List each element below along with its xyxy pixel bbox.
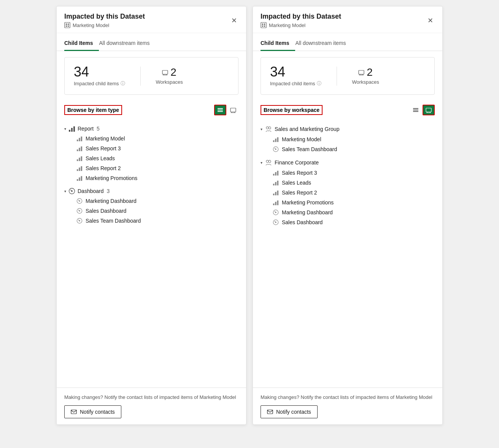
grid-icon bbox=[230, 107, 236, 113]
panel-title: Impacted by this Dataset bbox=[64, 13, 145, 21]
panel-title-section-2: Impacted by this Dataset Marketing Model bbox=[261, 13, 341, 28]
svg-rect-23 bbox=[79, 167, 80, 171]
svg-rect-11 bbox=[71, 128, 73, 132]
svg-rect-59 bbox=[273, 184, 275, 185]
tree-group-finance-header[interactable]: ▾ Finance Corporate bbox=[261, 157, 435, 168]
report-item-icon bbox=[76, 165, 83, 171]
svg-rect-60 bbox=[275, 182, 277, 185]
stat-workspaces: 2 Workspaces bbox=[156, 67, 183, 85]
list-item[interactable]: Sales Leads bbox=[273, 178, 435, 188]
notify-contacts-button-2[interactable]: Notify contacts bbox=[261, 405, 318, 418]
stats-card: 34 Impacted child items ⓘ 2 Workspaces bbox=[64, 57, 238, 95]
svg-rect-17 bbox=[79, 148, 80, 151]
list-item[interactable]: Marketing Dashboard bbox=[273, 207, 435, 217]
list-view-button-2[interactable] bbox=[410, 105, 421, 115]
chevron-down-icon: ▾ bbox=[64, 127, 66, 131]
list-item[interactable]: Sales Dashboard bbox=[273, 217, 435, 227]
close-button-2[interactable]: ✕ bbox=[426, 16, 435, 26]
tree-container: ▾ Report 5 Marketing Model bbox=[57, 121, 246, 387]
dashboard-children: Marketing Dashboard Sales Dashboard bbox=[64, 196, 238, 226]
list-item[interactable]: Marketing Dashboard bbox=[76, 196, 238, 206]
svg-rect-8 bbox=[218, 111, 223, 112]
workspace-count-icon-2 bbox=[358, 69, 364, 75]
list-view-button[interactable] bbox=[214, 105, 226, 115]
svg-rect-7 bbox=[218, 110, 223, 110]
info-icon[interactable]: ⓘ bbox=[121, 80, 125, 87]
svg-rect-65 bbox=[273, 204, 275, 205]
browse-header-2: Browse by workspace bbox=[253, 101, 442, 119]
svg-rect-26 bbox=[79, 177, 80, 181]
footer-text: Making changes? Notify the contact lists… bbox=[64, 394, 238, 401]
svg-point-55 bbox=[269, 160, 271, 163]
svg-rect-36 bbox=[71, 410, 76, 414]
tree-group-report-header[interactable]: ▾ Report 5 bbox=[64, 124, 238, 134]
tree-group-finance: ▾ Finance Corporate Sales Report 3 bbox=[261, 157, 435, 227]
svg-rect-61 bbox=[277, 181, 279, 185]
list-item[interactable]: Sales Report 3 bbox=[76, 143, 238, 153]
tab-child-items[interactable]: Child Items bbox=[64, 36, 99, 51]
list-item[interactable]: Sales Team Dashboard bbox=[273, 144, 435, 154]
svg-rect-40 bbox=[262, 26, 263, 27]
list-item[interactable]: Sales Report 3 bbox=[273, 168, 435, 178]
panel-subtitle-row: Marketing Model bbox=[64, 22, 145, 28]
workspaces-count-2: 2 bbox=[367, 67, 373, 78]
list-item[interactable]: Sales Leads bbox=[76, 153, 238, 163]
stat-label-2: Impacted child items ⓘ bbox=[270, 80, 321, 87]
svg-rect-39 bbox=[264, 24, 265, 25]
stat-workspaces-2: 2 Workspaces bbox=[352, 67, 379, 85]
grid-icon-2 bbox=[426, 107, 432, 113]
svg-rect-72 bbox=[267, 410, 273, 414]
svg-point-47 bbox=[266, 127, 269, 129]
svg-rect-13 bbox=[77, 140, 78, 141]
workspace-view-button-2[interactable] bbox=[423, 105, 435, 115]
list-item[interactable]: Marketing Model bbox=[76, 134, 238, 143]
svg-rect-6 bbox=[218, 108, 223, 109]
list-item[interactable]: Marketing Model bbox=[273, 134, 435, 144]
workspaces-label-2: Workspaces bbox=[352, 79, 379, 85]
list-item[interactable]: Sales Report 2 bbox=[273, 188, 435, 198]
list-icon-2 bbox=[413, 107, 419, 113]
list-item[interactable]: Sales Report 2 bbox=[76, 163, 238, 173]
workspaces-count: 2 bbox=[170, 67, 176, 78]
notify-contacts-button[interactable]: Notify contacts bbox=[64, 405, 121, 418]
sales-marketing-children: Marketing Model Sales Team Dashboard bbox=[261, 134, 435, 154]
dashboard-icon bbox=[68, 188, 75, 195]
svg-rect-66 bbox=[275, 202, 277, 205]
report-children: Marketing Model Sales Report 3 bbox=[64, 134, 238, 183]
list-item[interactable]: Sales Dashboard bbox=[76, 206, 238, 216]
tab-all-downstream[interactable]: All downstream items bbox=[99, 36, 156, 51]
view-toggle-buttons-2 bbox=[410, 105, 435, 115]
dashboard-item-icon bbox=[273, 219, 279, 225]
list-item[interactable]: Marketing Promotions bbox=[273, 198, 435, 207]
svg-rect-2 bbox=[68, 24, 69, 25]
list-item[interactable]: Marketing Promotions bbox=[76, 173, 238, 183]
workspace-view-button[interactable] bbox=[228, 105, 238, 115]
svg-rect-19 bbox=[77, 159, 78, 161]
list-item[interactable]: Sales Team Dashboard bbox=[76, 216, 238, 226]
svg-rect-64 bbox=[277, 191, 279, 195]
svg-rect-27 bbox=[81, 176, 83, 181]
svg-rect-16 bbox=[77, 150, 78, 151]
tree-group-report: ▾ Report 5 Marketing Model bbox=[64, 124, 238, 183]
close-button[interactable]: ✕ bbox=[230, 16, 238, 26]
dashboard-item-icon bbox=[76, 208, 83, 214]
panel-header: Impacted by this Dataset Marketing Model… bbox=[57, 6, 246, 33]
svg-rect-58 bbox=[277, 171, 279, 175]
svg-rect-38 bbox=[262, 24, 263, 25]
tree-group-sales-marketing: ▾ Sales and Marketing Group Marketing Mo… bbox=[261, 124, 435, 154]
tabs-row: Child Items All downstream items bbox=[57, 36, 246, 51]
tree-group-sales-marketing-header[interactable]: ▾ Sales and Marketing Group bbox=[261, 124, 435, 134]
tab-child-items-2[interactable]: Child Items bbox=[261, 36, 295, 51]
info-icon-2[interactable]: ⓘ bbox=[317, 80, 321, 87]
svg-rect-63 bbox=[275, 192, 277, 195]
dashboard-item-icon bbox=[76, 198, 83, 204]
svg-rect-57 bbox=[275, 172, 277, 175]
tree-group-dashboard-header[interactable]: ▾ Dashboard 3 bbox=[64, 186, 238, 196]
svg-rect-5 bbox=[162, 70, 168, 74]
svg-rect-67 bbox=[277, 201, 279, 205]
svg-rect-62 bbox=[273, 194, 275, 195]
tab-all-downstream-2[interactable]: All downstream items bbox=[295, 36, 352, 51]
chevron-down-icon: ▾ bbox=[261, 127, 262, 131]
footer-text-2: Making changes? Notify the contact lists… bbox=[261, 394, 435, 401]
dashboard-item-icon bbox=[273, 146, 279, 152]
